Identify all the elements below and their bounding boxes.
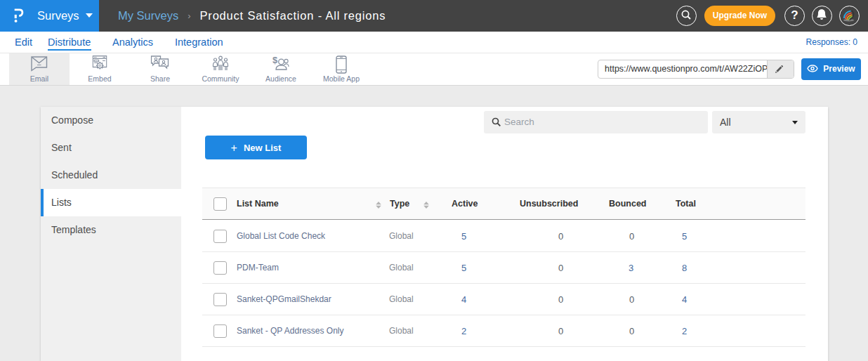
svg-text:$: $: [272, 55, 278, 65]
